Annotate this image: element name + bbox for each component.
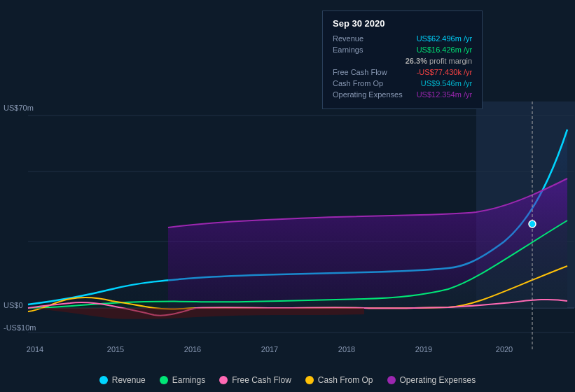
legend-fcf-dot xyxy=(219,376,228,384)
x-label-2020: 2020 xyxy=(496,345,513,354)
tooltip-opex-value: US$12.354m /yr xyxy=(417,90,472,99)
tooltip-revenue-row: Revenue US$62.496m /yr xyxy=(333,34,472,43)
legend-earnings-dot xyxy=(160,376,168,384)
x-label-2018: 2018 xyxy=(338,345,355,354)
tooltip-earnings-value: US$16.426m /yr xyxy=(417,46,472,54)
x-label-2017: 2017 xyxy=(261,345,278,354)
y-label-zero: US$0 xyxy=(4,301,23,309)
legend-earnings[interactable]: Earnings xyxy=(160,375,205,385)
legend-opex[interactable]: Operating Expenses xyxy=(387,375,476,385)
legend-opex-label: Operating Expenses xyxy=(400,375,476,385)
tooltip-opex-label: Operating Expenses xyxy=(333,90,403,99)
legend-revenue-dot xyxy=(99,376,108,384)
tooltip-fcf-label: Free Cash Flow xyxy=(333,68,387,76)
legend-opex-dot xyxy=(387,376,396,384)
chart-legend: Revenue Earnings Free Cash Flow Cash Fro… xyxy=(0,375,575,385)
tooltip-cashop-row: Cash From Op US$9.546m /yr xyxy=(333,79,472,88)
svg-point-7 xyxy=(529,220,536,227)
legend-cashop[interactable]: Cash From Op xyxy=(305,375,373,385)
legend-earnings-label: Earnings xyxy=(172,375,205,385)
tooltip-opex-row: Operating Expenses US$12.354m /yr xyxy=(333,90,472,99)
tooltip-margin-row: 26.3% profit margin xyxy=(333,57,472,65)
x-label-2016: 2016 xyxy=(184,345,201,354)
tooltip-title: Sep 30 2020 xyxy=(333,18,472,29)
legend-cashop-label: Cash From Op xyxy=(318,375,373,385)
tooltip-earnings-label: Earnings xyxy=(333,46,363,54)
tooltip-revenue-value: US$62.496m /yr xyxy=(417,34,472,43)
x-label-2015: 2015 xyxy=(107,345,124,354)
y-label-neg: -US$10m xyxy=(4,323,36,332)
tooltip-cashop-label: Cash From Op xyxy=(333,79,383,88)
tooltip-revenue-label: Revenue xyxy=(333,34,363,43)
tooltip-fcf-row: Free Cash Flow -US$77.430k /yr xyxy=(333,68,472,76)
legend-revenue-label: Revenue xyxy=(112,375,146,385)
x-label-2019: 2019 xyxy=(415,345,432,354)
tooltip-fcf-value: -US$77.430k /yr xyxy=(417,68,472,76)
tooltip-earnings-row: Earnings US$16.426m /yr xyxy=(333,46,472,54)
legend-fcf[interactable]: Free Cash Flow xyxy=(219,375,291,385)
main-chart-svg xyxy=(0,102,575,354)
legend-fcf-label: Free Cash Flow xyxy=(232,375,291,385)
tooltip-margin-value: 26.3% profit margin xyxy=(406,57,472,65)
legend-cashop-dot xyxy=(305,376,314,384)
y-label-top: US$70m xyxy=(4,104,34,112)
chart-container: Sep 30 2020 Revenue US$62.496m /yr Earni… xyxy=(0,0,575,392)
tooltip-cashop-value: US$9.546m /yr xyxy=(421,79,472,88)
tooltip-box: Sep 30 2020 Revenue US$62.496m /yr Earni… xyxy=(322,10,483,109)
legend-revenue[interactable]: Revenue xyxy=(99,375,146,385)
x-label-2014: 2014 xyxy=(27,345,43,354)
